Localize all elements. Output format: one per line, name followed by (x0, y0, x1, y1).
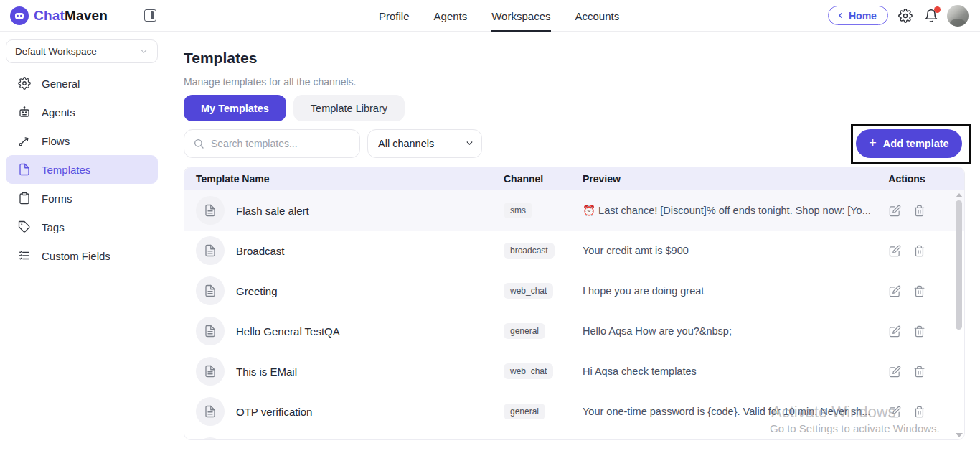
plus-icon: + (869, 136, 877, 151)
delete-button[interactable] (913, 366, 925, 378)
tag-icon (18, 220, 31, 233)
chatmaven-logo-icon (10, 6, 29, 25)
edit-button[interactable] (889, 325, 901, 338)
template-name: OTP verification (236, 406, 312, 418)
delete-button[interactable] (913, 406, 925, 418)
workspace-selector[interactable]: Default Workspace (6, 39, 158, 63)
page-subtitle: Manage templates for all the channels. (184, 76, 356, 88)
scroll-up-arrow[interactable] (956, 193, 963, 197)
alarm-clock-emoji: ⏰ (583, 205, 595, 216)
header-template-name: Template Name (184, 173, 504, 185)
sidebar-item-tags[interactable]: Tags (6, 213, 158, 241)
search-input[interactable] (211, 138, 351, 149)
sidebar-item-flows[interactable]: Flows (6, 126, 158, 155)
sidebar-item-label: General (42, 78, 80, 90)
sidebar-item-general[interactable]: General (6, 69, 158, 98)
sidebar-item-label: Forms (42, 192, 72, 205)
sidebar-item-label: Tags (42, 221, 65, 233)
table-row[interactable]: OTP verification general Your one-time p… (184, 391, 964, 432)
template-preview: Your one-time password is {code}. Valid … (583, 406, 870, 417)
search-box (184, 129, 360, 158)
table-scrollbar (956, 193, 962, 437)
template-name: Flash sale alert (236, 205, 309, 217)
tab-agents[interactable]: Agents (434, 0, 468, 32)
edit-button[interactable] (889, 245, 901, 257)
template-preview: I hope you are doing great (583, 285, 870, 297)
template-preview: ⏰Last chance! [Discount]% off ends tonig… (583, 205, 870, 217)
delete-button[interactable] (913, 325, 925, 338)
channel-badge: general (504, 323, 545, 339)
table-row[interactable]: Hello General TestQA general Hello Aqsa … (184, 311, 964, 351)
header-preview: Preview (583, 173, 870, 185)
scrollbar-thumb[interactable] (956, 200, 962, 330)
sidebar-item-templates[interactable]: Templates (6, 155, 158, 184)
channel-badge: general (504, 404, 545, 419)
tab-profile[interactable]: Profile (379, 0, 410, 32)
table-header: Template Name Channel Preview Actions (184, 167, 964, 190)
sidebar-item-label: Agents (42, 106, 75, 118)
gear-icon (18, 77, 31, 90)
delete-button[interactable] (913, 245, 925, 257)
brand-logo[interactable]: ChatMaven (10, 6, 108, 25)
header-actions: Actions (870, 173, 965, 185)
sidebar-menu: General Agents Flows Templates Forms Tag… (6, 69, 158, 270)
robot-icon (18, 106, 31, 118)
main-content: Templates Manage templates for all the c… (165, 32, 980, 456)
tab-workspaces[interactable]: Workspaces (491, 0, 550, 32)
notification-dot (934, 6, 941, 13)
sidebar: Default Workspace General Agents Flows T… (0, 32, 164, 456)
sidebar-item-forms[interactable]: Forms (6, 184, 158, 213)
table-row[interactable]: This is EMail web_chat Hi Aqsa check tem… (184, 351, 964, 391)
table-row[interactable]: Flash sale alert sms ⏰Last chance! [Disc… (184, 190, 964, 231)
view-tabs: My Templates Template Library (184, 95, 405, 121)
channel-badge: web_chat (504, 283, 553, 299)
sidebar-item-custom-fields[interactable]: Custom Fields (6, 241, 158, 270)
page-title: Templates (184, 50, 257, 67)
sidebar-collapse-icon[interactable] (144, 9, 156, 22)
user-avatar[interactable] (947, 5, 969, 27)
template-preview: Your credit amt is $900 (583, 245, 870, 256)
edit-button[interactable] (889, 406, 901, 418)
templates-table: Template Name Channel Preview Actions Fl… (184, 167, 965, 440)
document-icon (196, 357, 225, 386)
top-bar: ChatMaven Profile Agents Workspaces Acco… (0, 0, 980, 32)
channel-badge: web_chat (504, 363, 553, 379)
delete-button[interactable] (913, 205, 925, 217)
template-name: Hello General TestQA (236, 325, 340, 338)
checklist-icon (18, 249, 31, 262)
brand-name: ChatMaven (34, 8, 108, 24)
edit-button[interactable] (889, 285, 901, 297)
template-preview: Hello Aqsa How are you?&nbsp; (583, 325, 870, 337)
tab-accounts[interactable]: Accounts (575, 0, 620, 32)
document-icon (196, 317, 225, 345)
sidebar-item-agents[interactable]: Agents (6, 98, 158, 126)
sidebar-item-label: Templates (42, 164, 90, 176)
table-row[interactable]: Greeting web_chat I hope you are doing g… (184, 271, 964, 311)
edit-button[interactable] (889, 205, 901, 217)
scroll-down-arrow[interactable] (956, 433, 963, 437)
add-template-button[interactable]: + Add template (856, 129, 962, 158)
header-channel: Channel (504, 173, 583, 185)
home-button-label: Home (849, 10, 877, 22)
tab-template-library[interactable]: Template Library (293, 95, 405, 121)
top-nav-tabs: Profile Agents Workspaces Accounts (379, 0, 619, 32)
flow-icon (18, 134, 31, 147)
notifications-bell-icon[interactable] (924, 9, 938, 23)
tab-my-templates[interactable]: My Templates (184, 95, 286, 121)
clipboard-icon (18, 192, 31, 205)
delete-button[interactable] (913, 285, 925, 297)
channel-filter-select[interactable]: All channels (367, 129, 482, 158)
edit-button[interactable] (889, 366, 901, 378)
document-icon (196, 437, 225, 440)
table-row[interactable]: Broadcast broadcast Your credit amt is $… (184, 231, 964, 271)
settings-gear-icon[interactable] (898, 9, 913, 23)
add-template-label: Add template (883, 138, 949, 149)
workspace-selector-label: Default Workspace (15, 46, 97, 57)
sidebar-item-label: Flows (42, 135, 70, 147)
channel-badge: sms (504, 203, 532, 218)
document-icon (196, 236, 225, 265)
template-preview: Hi Aqsa check templates (583, 366, 870, 377)
home-button[interactable]: Home (828, 6, 888, 25)
chevron-left-icon (837, 11, 844, 19)
search-icon (193, 138, 204, 149)
